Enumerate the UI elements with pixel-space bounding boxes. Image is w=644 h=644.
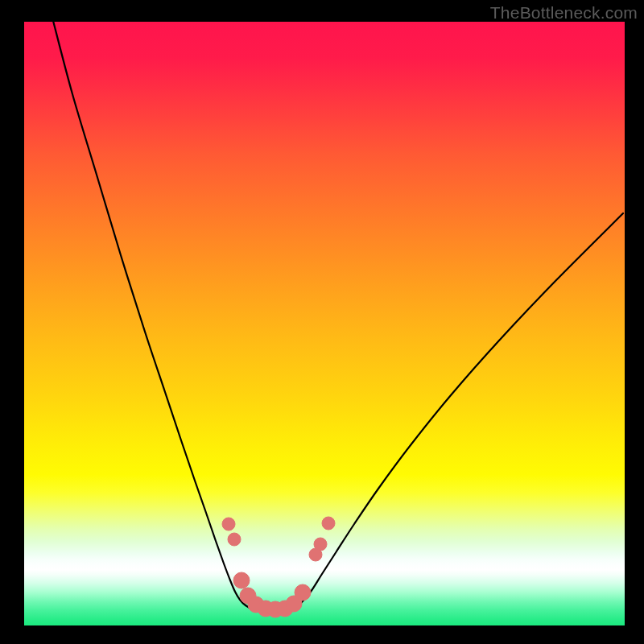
- data-marker: [222, 518, 235, 530]
- data-marker: [314, 538, 327, 551]
- bottleneck-curve: [52, 22, 623, 610]
- data-marker: [322, 517, 335, 530]
- data-marker: [228, 533, 241, 546]
- data-marker: [295, 584, 311, 601]
- chart-frame: TheBottleneck.com: [0, 0, 644, 644]
- chart-svg: [24, 22, 625, 625]
- chart-plot-area: [24, 22, 625, 625]
- data-marker: [233, 572, 250, 588]
- watermark-text: TheBottleneck.com: [490, 3, 638, 23]
- marker-group: [222, 517, 335, 617]
